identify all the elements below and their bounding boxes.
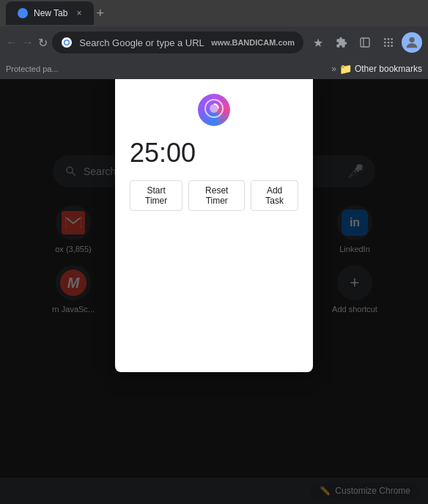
tab-favicon	[18, 8, 28, 18]
watermark-text: www.BANDICAM.com	[211, 38, 295, 47]
protected-label: Protected pa...	[6, 64, 59, 73]
tab-bar: New Tab × +	[0, 0, 428, 26]
svg-rect-1	[361, 38, 369, 47]
svg-point-8	[391, 42, 393, 44]
tab-label: New Tab	[34, 8, 67, 18]
folder-icon: 📁	[339, 63, 352, 75]
tab-close-icon[interactable]: ×	[76, 8, 81, 18]
popup-logo	[198, 94, 230, 126]
svg-point-12	[409, 37, 414, 42]
sidebar-icon[interactable]	[355, 32, 375, 53]
svg-point-6	[384, 42, 386, 44]
popup-logo-inner	[204, 98, 224, 122]
svg-point-11	[391, 45, 393, 47]
svg-point-9	[384, 45, 386, 47]
other-bookmarks[interactable]: 📁 Other bookmarks	[339, 63, 422, 75]
address-bar[interactable]: Search Google or type a URL www.BANDICAM…	[52, 32, 303, 53]
reload-icon[interactable]: ↻	[38, 36, 48, 50]
start-timer-button[interactable]: Start Timer	[130, 180, 182, 211]
svg-point-10	[388, 45, 390, 47]
back-icon[interactable]: ←	[6, 36, 18, 49]
browser-frame: New Tab × + ← → ↻ Search Google or type …	[0, 0, 428, 504]
popup-buttons: Start Timer Reset Timer Add Task	[130, 180, 298, 211]
toolbar-icons: ★	[308, 32, 422, 53]
svg-point-4	[388, 38, 390, 40]
timer-display: 25:00	[130, 138, 196, 168]
apps-icon[interactable]	[378, 32, 399, 53]
google-favicon	[61, 37, 73, 48]
add-task-button[interactable]: Add Task	[251, 180, 298, 211]
address-text: Search Google or type a URL	[78, 37, 205, 48]
new-tab-button[interactable]: +	[97, 6, 105, 21]
svg-point-7	[388, 42, 390, 44]
puzzle-icon[interactable]	[331, 32, 352, 53]
profile-avatar[interactable]	[402, 32, 422, 53]
popup-panel: 25:00 Start Timer Reset Timer Add Task	[115, 79, 313, 372]
svg-point-3	[384, 38, 386, 40]
svg-point-5	[391, 38, 393, 40]
other-bookmarks-label: Other bookmarks	[355, 64, 422, 74]
active-tab[interactable]: New Tab ×	[6, 1, 94, 25]
address-bar-row: ← → ↻ Search Google or type a URL www.BA…	[0, 26, 428, 59]
reset-timer-button[interactable]: Reset Timer	[188, 180, 245, 211]
bookmark-expand-icon[interactable]: »	[331, 64, 336, 74]
bookmark-icon[interactable]: ★	[308, 32, 328, 53]
page-area: Search Goog 🎤	[0, 79, 428, 504]
bookmark-bar: Protected pa... » 📁 Other bookmarks	[0, 59, 428, 79]
forward-icon[interactable]: →	[22, 36, 34, 49]
